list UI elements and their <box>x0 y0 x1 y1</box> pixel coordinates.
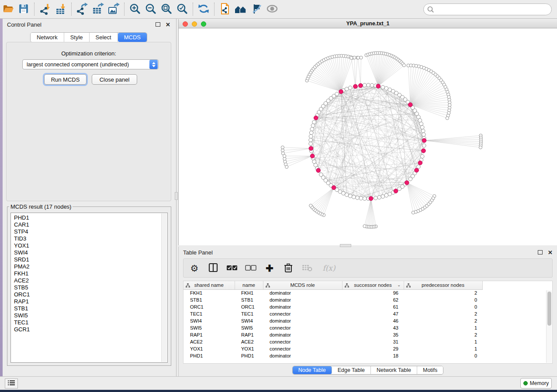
ring-node <box>422 133 426 137</box>
table-scrollbar[interactable] <box>546 290 552 363</box>
control-panel: Control Panel ✕ NetworkStyleSelectMCDS O… <box>3 19 175 376</box>
task-history-button[interactable] <box>5 378 18 389</box>
mcds-hub-node <box>422 149 426 153</box>
table-row[interactable]: YOX1YOX1connector291 <box>183 345 482 352</box>
import-table-button[interactable] <box>53 1 69 17</box>
open-session-button[interactable] <box>0 1 16 17</box>
ring-node <box>388 192 392 196</box>
column-header-name[interactable]: name <box>235 281 263 289</box>
mcds-hub-node <box>310 154 315 158</box>
mcds-result-item[interactable]: PMA2 <box>11 263 167 270</box>
mcds-hub-node <box>408 103 412 107</box>
control-panel-close-button[interactable]: ✕ <box>166 22 170 28</box>
table-options-gear-button[interactable]: ⚙ <box>189 262 200 274</box>
add-column-button[interactable]: ✚ <box>264 262 275 274</box>
column-header-successor-nodes[interactable]: successor nodes⌄ <box>342 281 404 289</box>
table-row[interactable]: RAP1RAP1dominator352 <box>183 331 482 338</box>
vertical-splitter[interactable] <box>175 19 178 376</box>
zoom-fit-button[interactable] <box>159 1 174 17</box>
close-icon: ✕ <box>548 250 553 255</box>
refresh-layout-button[interactable] <box>196 1 211 17</box>
mcds-result-item[interactable]: STB5 <box>11 284 167 291</box>
mcds-result-item[interactable]: TID3 <box>11 235 167 242</box>
tab-mcds[interactable]: MCDS <box>118 33 147 42</box>
mcds-result-list[interactable]: PHD1CAR1STP4TID3YOX1SWI4SRD1PMA2FKH1ACE2… <box>10 213 168 363</box>
export-network-button[interactable] <box>74 1 90 17</box>
zoom-out-button[interactable] <box>143 1 159 17</box>
window-close-traffic-light[interactable] <box>183 21 188 27</box>
table-row[interactable]: SWI5SWI5connector431 <box>183 324 482 331</box>
tab-network-table[interactable]: Network Table <box>371 366 417 374</box>
save-session-button[interactable] <box>16 1 31 17</box>
scrollbar-thumb[interactable] <box>547 292 551 326</box>
zoom-selected-button[interactable] <box>174 1 190 17</box>
deselect-all-button[interactable] <box>245 262 256 274</box>
search-input[interactable] <box>423 3 552 15</box>
column-visibility-button[interactable] <box>208 262 219 274</box>
table-row[interactable]: ORC1ORC1dominator610 <box>183 303 482 310</box>
ring-node <box>312 160 316 164</box>
table-panel-close-button[interactable]: ✕ <box>548 250 553 255</box>
mcds-result-item[interactable]: CAR1 <box>11 221 167 228</box>
select-all-button[interactable] <box>226 262 238 274</box>
mcds-result-item[interactable]: YOX1 <box>11 242 167 249</box>
export-image-button[interactable] <box>106 1 121 17</box>
window-zoom-traffic-light[interactable] <box>201 21 206 27</box>
mcds-result-item[interactable]: SWI4 <box>11 249 167 256</box>
cell-MCDS-role: connector <box>263 310 342 317</box>
mcds-list-scrollbar[interactable] <box>161 213 167 362</box>
mcds-result-item[interactable]: ACE2 <box>11 277 167 284</box>
optimization-criterion-select[interactable]: largest connected component (undirected) <box>22 59 159 69</box>
control-panel-float-button[interactable] <box>156 22 166 27</box>
home-button[interactable] <box>233 1 249 17</box>
tab-node-table[interactable]: Node Table <box>293 366 332 374</box>
column-header-MCDS-role[interactable]: MCDS role <box>263 281 342 289</box>
show-hide-panels-button[interactable] <box>264 1 280 17</box>
cell-name: YOX1 <box>235 345 263 352</box>
memory-button[interactable]: Memory <box>520 378 552 389</box>
delete-table-button[interactable] <box>301 262 313 274</box>
memory-status-icon <box>523 381 528 385</box>
export-table-button[interactable] <box>90 1 106 17</box>
mcds-result-item[interactable]: GCR1 <box>11 326 167 333</box>
network-canvas[interactable] <box>179 28 557 245</box>
table-row[interactable]: FKH1FKH1dominator962 <box>183 289 482 296</box>
run-mcds-button[interactable]: Run MCDS <box>44 74 86 85</box>
mcds-result-item[interactable]: SRD1 <box>11 256 167 263</box>
splitter-grip[interactable] <box>175 192 178 200</box>
window-minimize-traffic-light[interactable] <box>192 21 197 27</box>
table-row[interactable]: SWI4SWI4dominator462 <box>183 317 482 324</box>
close-panel-button[interactable]: Close panel <box>92 74 137 85</box>
import-network-button[interactable] <box>37 1 53 17</box>
tab-motifs[interactable]: Motifs <box>417 366 443 374</box>
tab-select[interactable]: Select <box>90 33 118 42</box>
table-panel-title: Table Panel <box>183 249 213 256</box>
mcds-result-item[interactable]: ORC1 <box>11 291 167 298</box>
table-row[interactable]: STB1STB1dominator620 <box>183 296 482 303</box>
ring-node <box>420 155 424 158</box>
tab-edge-table[interactable]: Edge Table <box>332 366 371 374</box>
tab-network[interactable]: Network <box>31 33 64 42</box>
function-builder-button[interactable]: f(x) <box>320 262 338 274</box>
horizontal-splitter[interactable] <box>340 244 351 247</box>
table-row[interactable]: TEC1TEC1connector472 <box>183 310 482 317</box>
style-flag-button[interactable] <box>249 1 264 17</box>
network-window-titlebar[interactable]: YPA_prune.txt_1 <box>179 19 557 28</box>
mcds-result-item[interactable]: PHD1 <box>11 214 167 221</box>
table-panel-float-button[interactable] <box>538 250 548 254</box>
column-header-predecessor-nodes[interactable]: predecessor nodes <box>404 281 482 289</box>
mcds-result-item[interactable]: FKH1 <box>11 270 167 277</box>
mcds-result-item[interactable]: STP4 <box>11 228 167 235</box>
open-session-file-button[interactable] <box>217 1 233 17</box>
mcds-result-item[interactable]: STB1 <box>11 305 167 312</box>
mcds-result-item[interactable]: SWI5 <box>11 312 167 319</box>
table-row[interactable]: ACE2ACE2connector311 <box>183 338 482 345</box>
mcds-result-item[interactable]: TEC1 <box>11 319 167 326</box>
tab-style[interactable]: Style <box>64 33 90 42</box>
zoom-in-button[interactable] <box>127 1 143 17</box>
delete-column-button[interactable] <box>283 262 294 274</box>
table-row[interactable]: PHD1PHD1dominator180 <box>183 352 482 359</box>
cell-predecessor-nodes: 1 <box>404 338 482 345</box>
column-header-shared-name[interactable]: shared name <box>183 281 235 289</box>
mcds-result-item[interactable]: RAP1 <box>11 298 167 305</box>
